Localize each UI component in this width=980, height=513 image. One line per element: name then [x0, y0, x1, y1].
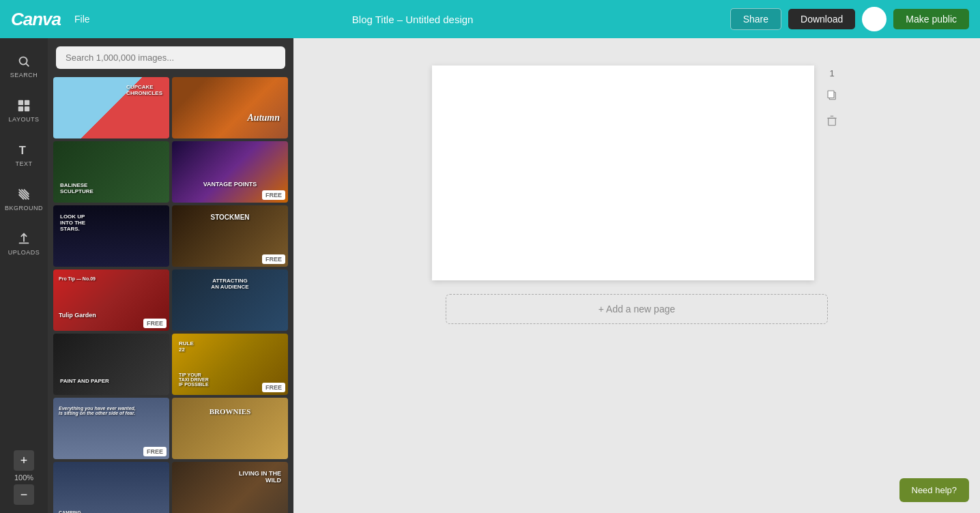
svg-text:T: T [19, 144, 26, 156]
page-number: 1 [829, 68, 834, 78]
file-menu[interactable]: File [69, 11, 96, 27]
free-badge: FREE [262, 383, 285, 392]
template-thumb[interactable]: LIVING IN THEWILD [172, 462, 288, 513]
header-center: Blog Title – Untitled design [104, 14, 722, 25]
free-badge: FREE [143, 319, 167, 328]
template-panel: CUPCAKECHRONICLES Autumn BALINESESCULPTU… [48, 38, 293, 513]
template-thumb[interactable]: Autumn [172, 77, 288, 138]
need-help-button[interactable]: Need help? [899, 478, 970, 502]
avatar[interactable] [862, 7, 887, 31]
sidebar-icons: SEARCH LAYOUTS T TEXT BKGROUND UPLOADS + [0, 38, 48, 513]
duplicate-page-button[interactable] [822, 85, 841, 104]
svg-line-1 [26, 63, 29, 66]
zoom-level: 100% [14, 473, 33, 482]
template-thumb[interactable]: CUPCAKECHRONICLES [53, 77, 169, 138]
sidebar-bottom: + 100% − [14, 450, 34, 513]
template-thumb[interactable]: BALINESESCULPTURE [53, 141, 169, 203]
sidebar-item-search[interactable]: SEARCH [0, 44, 48, 88]
sidebar-item-background[interactable]: BKGROUND [0, 177, 48, 221]
template-grid: CUPCAKECHRONICLES Autumn BALINESESCULPTU… [48, 74, 293, 513]
header-right: Share Download Make public [730, 7, 969, 31]
design-title: Blog Title – Untitled design [352, 14, 474, 25]
template-thumb[interactable]: LOOK UPINTO THESTARS. [53, 205, 169, 267]
template-thumb[interactable]: PAINT AND PAPER [53, 334, 169, 395]
free-badge: FREE [262, 190, 285, 200]
canvas-page[interactable] [432, 65, 814, 280]
main: SEARCH LAYOUTS T TEXT BKGROUND UPLOADS + [0, 38, 980, 513]
sidebar-layouts-label: LAYOUTS [9, 116, 40, 123]
svg-rect-12 [19, 242, 29, 244]
canvas-area: 1 + Add a new page [293, 38, 980, 513]
logo-area: Canva File [11, 9, 96, 30]
svg-rect-3 [25, 100, 29, 104]
sidebar-background-label: BKGROUND [5, 205, 43, 211]
delete-page-button[interactable] [822, 111, 841, 130]
free-badge: FREE [262, 254, 285, 264]
template-thumb[interactable]: CAMPING [53, 462, 169, 513]
template-thumb[interactable]: RULE22 TIP YOURTAXI DRIVERIF POSSIBLE FR… [172, 334, 288, 395]
template-thumb[interactable]: Everything you have ever wanted,is sitti… [53, 398, 169, 459]
svg-point-0 [20, 57, 27, 64]
template-thumb[interactable]: Pro Tip — No.09 Tulip Garden FREE [53, 269, 169, 331]
sidebar-item-layouts[interactable]: LAYOUTS [0, 88, 48, 132]
zoom-minus-button[interactable]: − [14, 484, 34, 505]
svg-rect-5 [25, 106, 29, 111]
sidebar-uploads-label: UPLOADS [8, 249, 40, 256]
canva-logo[interactable]: Canva [11, 9, 61, 30]
header: Canva File Blog Title – Untitled design … [0, 0, 980, 38]
sidebar-text-label: TEXT [15, 160, 32, 167]
template-thumb[interactable]: STOCKMEN FREE [172, 205, 288, 267]
add-page-button[interactable]: + Add a new page [446, 294, 828, 324]
svg-rect-2 [18, 100, 23, 104]
search-bar [48, 38, 293, 74]
svg-rect-14 [828, 91, 834, 98]
share-button[interactable]: Share [730, 8, 781, 30]
template-thumb[interactable]: BROWNIES [172, 398, 288, 459]
zoom-plus-button[interactable]: + [14, 450, 34, 471]
sidebar-search-label: SEARCH [10, 72, 38, 78]
search-input[interactable] [56, 46, 285, 69]
sidebar-item-uploads[interactable]: UPLOADS [0, 221, 48, 265]
svg-line-7 [19, 189, 29, 199]
free-badge: FREE [143, 447, 167, 456]
canvas-right-tools: 1 [822, 65, 841, 130]
template-thumb[interactable]: ATTRACTINGAN AUDIENCE [172, 269, 288, 331]
make-public-button[interactable]: Make public [893, 9, 969, 29]
download-button[interactable]: Download [788, 9, 855, 29]
template-thumb[interactable]: VANTAGE POINTS FREE [172, 141, 288, 203]
svg-rect-15 [828, 118, 836, 126]
sidebar-item-text[interactable]: T TEXT [0, 132, 48, 177]
canvas-wrapper: 1 [432, 65, 841, 280]
svg-rect-4 [18, 106, 23, 111]
